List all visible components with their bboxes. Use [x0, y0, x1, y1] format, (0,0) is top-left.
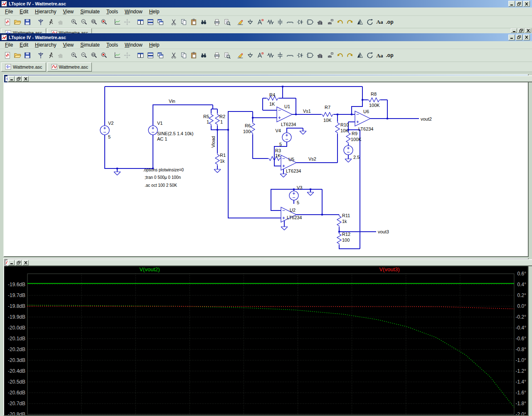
autorange-icon[interactable]: [112, 17, 122, 27]
drag-icon[interactable]: [325, 17, 335, 27]
redo-icon[interactable]: [345, 17, 355, 27]
tile-vertical-icon[interactable]: [135, 51, 145, 60]
tab-waveform[interactable]: Wattmetre.asc: [47, 62, 92, 72]
pause-icon[interactable]: [56, 51, 65, 60]
close-button[interactable]: [523, 1, 530, 7]
halt-icon[interactable]: [46, 51, 55, 60]
zoom-full-extents-icon[interactable]: [99, 51, 108, 60]
capacitor-icon[interactable]: [275, 17, 285, 27]
wire-icon[interactable]: [235, 51, 245, 60]
minimize-button[interactable]: [508, 1, 515, 7]
find-icon[interactable]: [199, 51, 208, 60]
menu-window[interactable]: Window: [121, 41, 146, 49]
pan-icon[interactable]: [122, 17, 132, 27]
tab-schematic-partial[interactable]: Wattmetre.asc: [1, 28, 46, 33]
inductor-icon[interactable]: [285, 51, 295, 60]
spice-directive-icon[interactable]: .op: [385, 17, 394, 27]
tab-waveform-partial[interactable]: Wattmetre.asc: [47, 28, 92, 33]
pause-icon[interactable]: [56, 17, 65, 27]
cut-icon[interactable]: [169, 51, 178, 60]
open-icon[interactable]: [12, 51, 22, 60]
redo-icon[interactable]: [345, 51, 355, 60]
component-icon[interactable]: [305, 17, 315, 27]
wire-icon[interactable]: [235, 17, 245, 27]
rotate-icon[interactable]: [365, 17, 374, 27]
diode-icon[interactable]: [295, 17, 305, 27]
tile-horizontal-icon[interactable]: [145, 51, 155, 60]
tile-horizontal-icon[interactable]: [145, 17, 155, 27]
menu-edit[interactable]: Edit: [16, 8, 32, 15]
print-icon[interactable]: [212, 17, 222, 27]
menu-view[interactable]: View: [59, 41, 77, 49]
minimize-button[interactable]: [8, 76, 15, 82]
zoom-out-icon[interactable]: [79, 17, 89, 27]
spice-directive-icon[interactable]: .op: [385, 51, 394, 60]
resistor-icon[interactable]: [265, 17, 275, 27]
ground-icon[interactable]: [245, 51, 255, 60]
restore-button[interactable]: [516, 35, 522, 40]
diode-icon[interactable]: [295, 51, 305, 60]
menu-edit[interactable]: Edit: [16, 41, 32, 49]
minimize-button[interactable]: [508, 35, 515, 40]
waveform-window-titlebar[interactable]: Wattmetre.asc: [4, 259, 528, 266]
zoom-area-icon[interactable]: [89, 51, 99, 60]
tab-schematic[interactable]: Wattmetre.asc: [1, 62, 46, 72]
restore-button[interactable]: [516, 1, 522, 7]
run-icon[interactable]: [36, 51, 45, 60]
component-icon[interactable]: [305, 51, 315, 60]
run-icon[interactable]: [36, 17, 45, 27]
schematic-window[interactable]: Wattmetre.asc: [3, 74, 529, 257]
menu-file[interactable]: File: [2, 41, 16, 49]
undo-icon[interactable]: [335, 17, 345, 27]
menu-tools[interactable]: Tools: [103, 8, 121, 15]
autorange-icon[interactable]: [112, 51, 122, 60]
cascade-icon[interactable]: [155, 51, 165, 60]
trace-label-2[interactable]: V(vout3): [379, 266, 399, 272]
schematic-canvas[interactable]: V25V1SINE(2.5 1.4 10k)AC 1VinR51R21Vload…: [4, 82, 528, 256]
print-icon[interactable]: [212, 51, 222, 60]
label-net-icon[interactable]: [255, 17, 265, 27]
drag-icon[interactable]: [325, 51, 335, 60]
ground-icon[interactable]: [245, 17, 255, 27]
halt-icon[interactable]: [46, 17, 55, 27]
minimize-button[interactable]: [511, 28, 517, 33]
restore-button[interactable]: [518, 28, 524, 33]
menu-hierarchy[interactable]: Hierarchy: [32, 8, 59, 15]
restore-button[interactable]: [15, 260, 22, 265]
front-window-titlebar[interactable]: LTspice IV - Wattmetre.asc: [0, 33, 532, 41]
restore-button[interactable]: [15, 76, 22, 82]
paste-icon[interactable]: [189, 51, 198, 60]
paste-icon[interactable]: [189, 17, 198, 27]
mirror-icon[interactable]: [355, 17, 365, 27]
zoom-full-extents-icon[interactable]: [99, 17, 108, 27]
menu-simulate[interactable]: Simulate: [77, 41, 103, 49]
menu-hierarchy[interactable]: Hierarchy: [32, 41, 59, 49]
zoom-in-icon[interactable]: [69, 51, 79, 60]
move-icon[interactable]: [315, 51, 325, 60]
trace-label-1[interactable]: V(vout2): [139, 266, 160, 272]
copy-icon[interactable]: [179, 51, 188, 60]
save-icon[interactable]: [22, 17, 32, 27]
close-button[interactable]: [22, 260, 29, 265]
tile-vertical-icon[interactable]: [135, 17, 145, 27]
capacitor-icon[interactable]: [275, 51, 285, 60]
save-icon[interactable]: [22, 51, 32, 60]
find-icon[interactable]: [199, 17, 208, 27]
new-schematic-icon[interactable]: [2, 17, 12, 27]
minimize-button[interactable]: [8, 260, 15, 265]
inductor-icon[interactable]: [285, 17, 295, 27]
rotate-icon[interactable]: [365, 51, 374, 60]
resistor-icon[interactable]: [265, 51, 275, 60]
copy-icon[interactable]: [179, 17, 188, 27]
menu-tools[interactable]: Tools: [103, 41, 121, 49]
print-preview-icon[interactable]: [222, 17, 232, 27]
close-button[interactable]: [22, 76, 29, 82]
pan-icon[interactable]: [122, 51, 132, 60]
zoom-area-icon[interactable]: [89, 17, 99, 27]
move-icon[interactable]: [315, 17, 325, 27]
back-window-titlebar[interactable]: LTspice IV - Wattmetre.asc: [0, 0, 532, 7]
text-icon[interactable]: Aa: [375, 51, 384, 60]
print-preview-icon[interactable]: [222, 51, 232, 60]
zoom-in-icon[interactable]: [69, 17, 79, 27]
waveform-plot[interactable]: -19.6dB-19.7dB-19.8dB-19.9dB-20.0dB-20.1…: [4, 266, 528, 415]
